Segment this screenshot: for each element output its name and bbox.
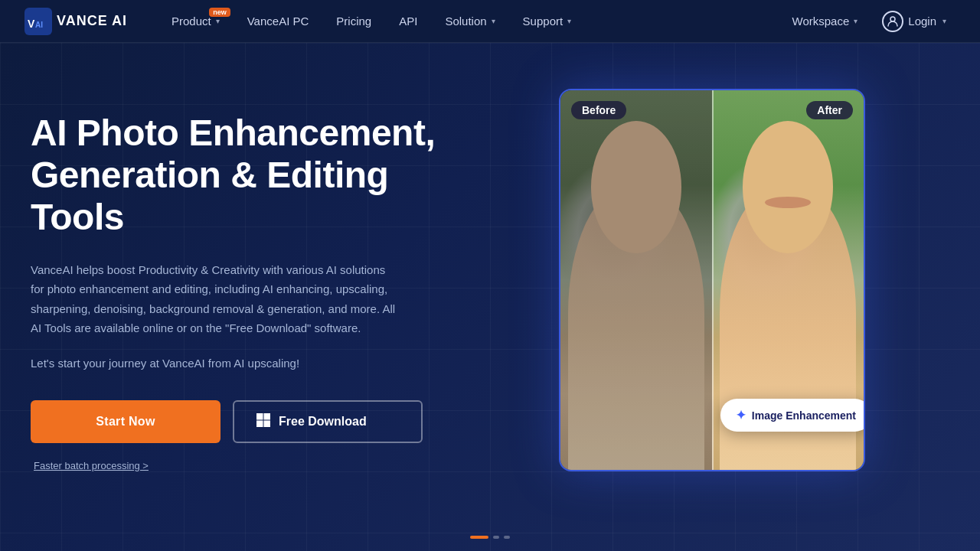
nav-item-product[interactable]: Product ▾ new — [158, 0, 234, 43]
nav-right: Workspace ▾ Login ▾ — [783, 11, 956, 32]
logo[interactable]: V AI VANCE AI — [24, 8, 127, 35]
hero-image-area: Before After — [475, 89, 949, 471]
dot-inactive-2 — [504, 536, 510, 539]
dot-inactive-1 — [493, 536, 499, 539]
faster-link-container: Faster batch processing > — [31, 458, 475, 472]
windows-icon — [256, 412, 271, 432]
new-badge: new — [209, 8, 230, 17]
faster-processing-link[interactable]: Faster batch processing > — [34, 460, 149, 471]
nav-links: Product ▾ new VanceAI PC Pricing API Sol… — [158, 0, 783, 43]
nav-item-api[interactable]: API — [385, 0, 431, 43]
star-icon: ✦ — [736, 408, 746, 422]
nav-item-solution[interactable]: Solution ▾ — [431, 0, 508, 43]
dot-active — [470, 536, 488, 539]
navbar: V AI VANCE AI Product ▾ new VanceAI PC P… — [0, 0, 980, 43]
svg-rect-7 — [264, 420, 271, 427]
hero-section: AI Photo Enhancement, Generation & Editi… — [0, 43, 980, 551]
nav-item-support[interactable]: Support ▾ — [509, 0, 586, 43]
chevron-down-icon: ▾ — [216, 17, 220, 25]
svg-rect-6 — [256, 420, 263, 427]
after-label: After — [806, 101, 853, 119]
before-label: Before — [571, 101, 626, 119]
svg-rect-4 — [256, 413, 263, 420]
hero-description: VanceAI helps boost Productivity & Creat… — [31, 260, 398, 338]
nav-item-pricing[interactable]: Pricing — [322, 0, 385, 43]
chevron-down-icon: ▾ — [854, 17, 858, 25]
hero-title: AI Photo Enhancement, Generation & Editi… — [31, 112, 475, 239]
svg-text:V: V — [28, 18, 35, 30]
free-download-button[interactable]: Free Download — [233, 400, 423, 443]
svg-text:AI: AI — [35, 21, 43, 29]
enhancement-badge: ✦ Image Enhancement — [720, 399, 865, 432]
chevron-down-icon: ▾ — [567, 17, 571, 25]
svg-point-3 — [890, 17, 895, 21]
nav-item-vanceai-pc[interactable]: VanceAI PC — [234, 0, 323, 43]
progress-dots — [470, 536, 510, 539]
avatar-icon — [882, 11, 903, 32]
before-image — [560, 90, 712, 470]
logo-text: VANCE AI — [57, 13, 127, 29]
image-comparison-card: Before After — [559, 89, 865, 471]
hero-content: AI Photo Enhancement, Generation & Editi… — [31, 89, 475, 472]
chevron-down-icon: ▾ — [492, 17, 495, 25]
svg-rect-5 — [264, 413, 271, 420]
cta-buttons: Start Now Free Download — [31, 400, 475, 443]
hero-tagline: Let's start your journey at VanceAI from… — [31, 354, 398, 373]
workspace-button[interactable]: Workspace ▾ — [783, 15, 867, 28]
start-now-button[interactable]: Start Now — [31, 400, 220, 443]
login-button[interactable]: Login ▾ — [873, 11, 956, 32]
comparison-divider — [712, 90, 714, 470]
chevron-down-icon: ▾ — [942, 17, 946, 25]
